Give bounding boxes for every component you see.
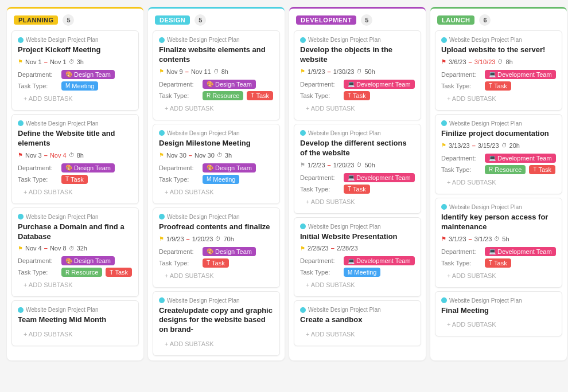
date-start: Nov 4	[25, 245, 42, 252]
department-tag[interactable]: 🎨Design Team	[203, 163, 256, 173]
department-tag[interactable]: 🎨Design Team	[203, 80, 256, 89]
card[interactable]: Website Design Project PlanPurchase a Do…	[11, 207, 139, 297]
tasktype-label: Task Type:	[300, 92, 340, 99]
card-project-label: Website Design Project Plan	[159, 130, 274, 136]
tasktype-row: Task Type:MMeeting	[18, 81, 133, 91]
clock-icon: ⏱	[69, 152, 75, 158]
tasktype-tag[interactable]: TTask	[344, 185, 370, 194]
resource-tag[interactable]: RResource	[61, 268, 102, 277]
project-name: Website Design Project Plan	[449, 297, 522, 304]
add-subtask-button[interactable]: + ADD SUBTASK	[300, 328, 415, 340]
department-label: Department:	[159, 248, 199, 255]
date-separator: –	[44, 152, 48, 159]
department-tag-text: Development Team	[497, 155, 552, 162]
card[interactable]: Website Design Project PlanUpload websit…	[435, 30, 562, 111]
date-end: 1/20/23	[333, 162, 355, 168]
tasktype-tag-icon: M	[348, 269, 352, 276]
tasktype-label: Task Type:	[18, 83, 58, 89]
card[interactable]: Website Design Project PlanDevelop the d…	[294, 124, 421, 214]
add-subtask-button[interactable]: + ADD SUBTASK	[300, 279, 415, 291]
resource-tag[interactable]: RResource	[203, 91, 243, 100]
add-subtask-button[interactable]: + ADD SUBTASK	[18, 93, 133, 104]
card[interactable]: Website Design Project PlanDesign Milest…	[153, 124, 280, 204]
tasktype-tag[interactable]: TTask	[485, 81, 511, 91]
department-tag[interactable]: 💻Development Team	[485, 154, 556, 163]
hours-label: 20h	[509, 142, 520, 149]
department-tag[interactable]: 🎨Design Team	[61, 163, 115, 173]
tasktype-tag[interactable]: TTask	[529, 165, 555, 174]
tasktype-tag[interactable]: TTask	[106, 268, 132, 277]
card[interactable]: Website Design Project PlanProject Kicko…	[11, 30, 139, 111]
add-subtask-button[interactable]: + ADD SUBTASK	[441, 93, 556, 104]
department-row: Department:💻Development Team	[441, 154, 556, 163]
project-dot-icon	[300, 37, 306, 43]
department-tag[interactable]: 🎨Design Team	[61, 70, 115, 79]
tasktype-label: Task Type:	[441, 83, 481, 89]
date-start: 3/1/23	[449, 236, 466, 242]
card[interactable]: Website Design Project PlanCreate/update…	[153, 291, 280, 356]
project-name: Website Design Project Plan	[308, 224, 381, 230]
department-tag[interactable]: 💻Development Team	[344, 256, 415, 265]
add-subtask-button[interactable]: + ADD SUBTASK	[441, 177, 556, 188]
tasktype-tag[interactable]: MMeeting	[61, 81, 98, 91]
department-tag[interactable]: 💻Development Team	[485, 70, 556, 79]
tasktype-tag-text: Task	[494, 83, 507, 89]
date-end: 2/28/23	[337, 245, 358, 252]
department-label: Department:	[159, 164, 199, 171]
department-tag[interactable]: 💻Development Team	[344, 80, 415, 89]
hours-label: 50h	[364, 162, 375, 168]
project-name: Website Design Project Plan	[449, 37, 522, 43]
add-subtask-button[interactable]: + ADD SUBTASK	[18, 328, 133, 340]
tasktype-label: Task Type:	[18, 176, 58, 183]
resource-tag[interactable]: RResource	[485, 165, 526, 174]
card-title: Project Kickoff Meeting	[18, 45, 133, 55]
department-tag-icon: 💻	[489, 71, 496, 77]
add-subtask-button[interactable]: + ADD SUBTASK	[159, 338, 274, 350]
card-title: Purchase a Domain and find a Database	[18, 222, 133, 242]
project-dot-icon	[18, 307, 24, 313]
card[interactable]: Website Design Project PlanTeam Meeting …	[11, 300, 139, 346]
department-tag[interactable]: 💻Development Team	[485, 247, 556, 256]
card[interactable]: Website Design Project PlanCreate a sand…	[294, 300, 421, 346]
tasktype-tag[interactable]: TTask	[344, 91, 370, 100]
tasktype-tag[interactable]: TTask	[61, 175, 88, 184]
department-tag[interactable]: 🎨Design Team	[61, 256, 115, 265]
flag-icon: ⚑	[159, 236, 164, 242]
tasktype-tag[interactable]: TTask	[247, 91, 273, 100]
date-start: 3/6/23	[449, 58, 466, 65]
card[interactable]: Website Design Project PlanFinilize proj…	[435, 114, 562, 194]
card-project-label: Website Design Project Plan	[300, 224, 415, 230]
card[interactable]: Website Design Project PlanIdentify key …	[435, 198, 562, 288]
cards-list-development: Website Design Project PlanDevelop the o…	[289, 30, 426, 346]
card-dates: ⚑Nov 4 – Nov 8 ⏱ 32h	[18, 245, 133, 252]
card[interactable]: Website Design Project PlanDevelop the o…	[294, 30, 421, 120]
add-subtask-button[interactable]: + ADD SUBTASK	[18, 279, 133, 291]
department-tag-text: Design Team	[215, 248, 252, 255]
tasktype-tag-text: Meeting	[354, 269, 376, 276]
add-subtask-button[interactable]: + ADD SUBTASK	[159, 270, 274, 281]
card[interactable]: Website Design Project PlanDefine the We…	[11, 114, 139, 204]
add-subtask-button[interactable]: + ADD SUBTASK	[441, 270, 556, 281]
department-row: Department:🎨Design Team	[159, 163, 274, 173]
department-label: Department:	[300, 81, 340, 88]
add-subtask-button[interactable]: + ADD SUBTASK	[441, 319, 556, 330]
department-tag[interactable]: 🎨Design Team	[203, 247, 256, 256]
tasktype-tag[interactable]: TTask	[485, 258, 511, 268]
add-subtask-button[interactable]: + ADD SUBTASK	[159, 186, 274, 198]
card-title: Create/update copy and graphic designs f…	[159, 306, 274, 335]
tasktype-tag[interactable]: TTask	[203, 258, 229, 268]
add-subtask-button[interactable]: + ADD SUBTASK	[18, 186, 133, 198]
cards-list-design: Website Design Project PlanFinalize webs…	[148, 30, 285, 356]
column-badge-planning: PLANNING	[14, 15, 58, 25]
project-dot-icon	[441, 204, 447, 210]
tasktype-tag[interactable]: MMeeting	[203, 175, 239, 184]
tasktype-tag[interactable]: MMeeting	[344, 268, 380, 277]
card[interactable]: Website Design Project PlanProofread con…	[153, 207, 280, 288]
card[interactable]: Website Design Project PlanFinal Meeting…	[435, 291, 562, 337]
card[interactable]: Website Design Project PlanInitial Websi…	[294, 217, 421, 297]
add-subtask-button[interactable]: + ADD SUBTASK	[300, 196, 415, 207]
add-subtask-button[interactable]: + ADD SUBTASK	[159, 103, 274, 114]
department-tag[interactable]: 💻Development Team	[344, 173, 415, 182]
card[interactable]: Website Design Project PlanFinalize webs…	[153, 30, 280, 120]
add-subtask-button[interactable]: + ADD SUBTASK	[300, 103, 415, 114]
